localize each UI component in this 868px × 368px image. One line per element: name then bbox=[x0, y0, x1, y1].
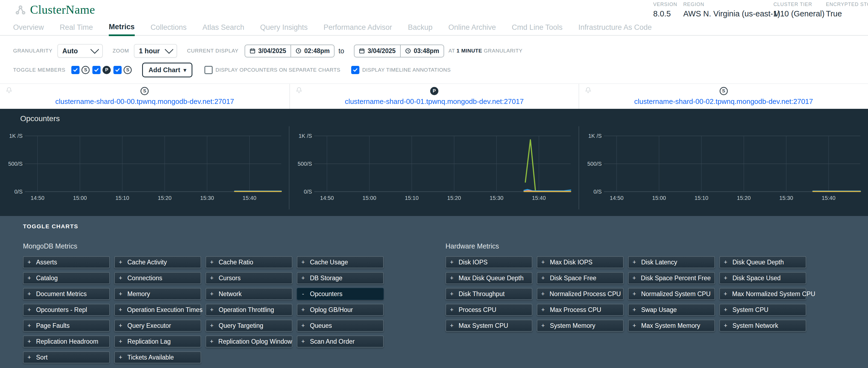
metric-label: System Network bbox=[733, 322, 778, 330]
zoom-select[interactable]: 1 hour bbox=[134, 44, 177, 58]
metric-label: Swap Usage bbox=[641, 306, 677, 314]
granularity-row: Granularity Auto Zoom 1 hour Current Dis… bbox=[13, 44, 868, 58]
plus-icon: + bbox=[724, 275, 727, 282]
metric-normalized-process-cpu[interactable]: +Normalized Process CPU bbox=[537, 288, 624, 300]
metric-max-disk-queue-depth[interactable]: +Max Disk Queue Depth bbox=[445, 272, 532, 284]
from-time-field[interactable]: 02:48pm bbox=[290, 45, 334, 57]
svg-text:15:10: 15:10 bbox=[115, 195, 129, 201]
plus-icon: + bbox=[119, 354, 122, 361]
metric-disk-space-percent-free[interactable]: +Disk Space Percent Free bbox=[628, 272, 715, 284]
metric-scan-and-order[interactable]: +Scan And Order bbox=[297, 335, 384, 347]
tab-infrastructure-as-code[interactable]: Infrastructure As Code bbox=[578, 23, 652, 35]
tab-online-archive[interactable]: Online Archive bbox=[448, 23, 496, 35]
tab-backup[interactable]: Backup bbox=[408, 23, 432, 35]
metric-groups: MongoDB Metrics+Asserts+Cache Activity+C… bbox=[23, 242, 868, 363]
secondary-member-icon: S bbox=[141, 87, 149, 95]
metric-disk-queue-depth[interactable]: +Disk Queue Depth bbox=[719, 256, 806, 268]
group-title-mongodb-metrics: MongoDB Metrics bbox=[23, 242, 384, 250]
metric-page-faults[interactable]: +Page Faults bbox=[23, 319, 110, 332]
to-time-field[interactable]: 03:48pm bbox=[400, 45, 443, 57]
metric-cache-activity[interactable]: +Cache Activity bbox=[114, 256, 201, 268]
opcounters-chart-0[interactable]: 1K /S500/S0/S14:5015:0015:1015:2015:3015… bbox=[0, 126, 289, 209]
metric-memory[interactable]: +Memory bbox=[114, 288, 201, 300]
metric-label: Memory bbox=[127, 290, 150, 298]
shard-host-link[interactable]: clustername-shard-00-00.tpwnq.mongodb-de… bbox=[55, 97, 234, 106]
metric-opcounters[interactable]: -Opcounters bbox=[297, 288, 384, 300]
tab-real-time[interactable]: Real Time bbox=[60, 23, 93, 35]
metric-disk-latency[interactable]: +Disk Latency bbox=[628, 256, 715, 268]
member-checkbox-0[interactable] bbox=[71, 66, 80, 74]
metric-operation-throttling[interactable]: +Operation Throttling bbox=[206, 304, 292, 316]
member-checkbox-2[interactable] bbox=[114, 66, 122, 74]
metric-label: Max Disk IOPS bbox=[550, 258, 592, 266]
member-checkbox-1[interactable] bbox=[92, 66, 100, 74]
metric-disk-space-used[interactable]: +Disk Space Used bbox=[719, 272, 806, 284]
option-display-timeline-annotations: Display Timeline Annotations bbox=[351, 66, 451, 74]
metric-connections[interactable]: +Connections bbox=[114, 272, 201, 284]
tab-atlas-search[interactable]: Atlas Search bbox=[203, 23, 244, 35]
metric-sort[interactable]: +Sort bbox=[23, 351, 110, 363]
svg-text:15:20: 15:20 bbox=[447, 195, 461, 201]
to-date-field[interactable]: 3/04/2025 bbox=[354, 45, 400, 57]
metric-disk-iops[interactable]: +Disk IOPS bbox=[445, 256, 532, 268]
option-display-opcounters-on-separate-charts: Display Opcounters On Separate Charts bbox=[205, 66, 340, 74]
metric-max-system-cpu[interactable]: +Max System CPU bbox=[445, 319, 532, 332]
granularity-select[interactable]: Auto bbox=[57, 44, 103, 58]
svg-text:0/S: 0/S bbox=[593, 189, 601, 195]
secondary-member-icon: S bbox=[720, 87, 728, 95]
opcounters-chart-1[interactable]: 1K /S500/S0/S14:5015:0015:1015:2015:3015… bbox=[289, 126, 578, 209]
metric-process-cpu[interactable]: +Process CPU bbox=[445, 304, 532, 316]
option-checkbox-display-opcounters-on-separate-charts[interactable] bbox=[205, 66, 213, 74]
metric-label: Disk Space Percent Free bbox=[641, 275, 711, 282]
metric-swap-usage[interactable]: +Swap Usage bbox=[628, 304, 715, 316]
metric-network[interactable]: +Network bbox=[206, 288, 292, 300]
metric-queues[interactable]: +Queues bbox=[297, 319, 384, 332]
metric-opcounters-repl[interactable]: +Opcounters - Repl bbox=[23, 304, 110, 316]
metric-operation-execution-times[interactable]: +Operation Execution Times bbox=[114, 304, 201, 316]
metric-normalized-system-cpu[interactable]: +Normalized System CPU bbox=[628, 288, 715, 300]
metric-label: Max Process CPU bbox=[550, 306, 601, 314]
add-chart-button[interactable]: Add Chart ▾ bbox=[142, 63, 192, 78]
metric-cursors[interactable]: +Cursors bbox=[206, 272, 292, 284]
metric-db-storage[interactable]: +DB Storage bbox=[297, 272, 384, 284]
opcounters-chart-2[interactable]: 1K /S500/S0/S14:5015:0015:1015:2015:3015… bbox=[579, 126, 868, 209]
metric-tickets-available[interactable]: +Tickets Available bbox=[114, 351, 201, 363]
metric-asserts[interactable]: +Asserts bbox=[23, 256, 110, 268]
metric-oplog-gb-hour[interactable]: +Oplog GB/Hour bbox=[297, 304, 384, 316]
metric-max-system-memory[interactable]: +Max System Memory bbox=[628, 319, 715, 332]
to-label: to bbox=[338, 47, 344, 55]
tab-collections[interactable]: Collections bbox=[151, 23, 187, 35]
metric-replication-oplog-window[interactable]: +Replication Oplog Window bbox=[206, 335, 292, 347]
shard-host-link[interactable]: clustername-shard-00-02.tpwnq.mongodb-de… bbox=[634, 97, 813, 106]
metric-document-metrics[interactable]: +Document Metrics bbox=[23, 288, 110, 300]
metric-system-network[interactable]: +System Network bbox=[719, 319, 806, 332]
from-date-field[interactable]: 3/04/2025 bbox=[245, 45, 290, 57]
shard-host-link[interactable]: clustername-shard-00-01.tpwnq.mongodb-de… bbox=[345, 97, 524, 106]
chart-title: Opcounters bbox=[0, 109, 868, 123]
metric-cache-usage[interactable]: +Cache Usage bbox=[297, 256, 384, 268]
tab-cmd-line-tools[interactable]: Cmd Line Tools bbox=[512, 23, 563, 35]
plus-icon: + bbox=[301, 306, 305, 313]
metric-disk-space-free[interactable]: +Disk Space Free bbox=[537, 272, 624, 284]
metric-max-process-cpu[interactable]: +Max Process CPU bbox=[537, 304, 624, 316]
option-checkbox-display-timeline-annotations[interactable] bbox=[351, 66, 360, 74]
tab-query-insights[interactable]: Query Insights bbox=[260, 23, 308, 35]
metric-query-executor[interactable]: +Query Executor bbox=[114, 319, 201, 332]
metric-query-targeting[interactable]: +Query Targeting bbox=[206, 319, 292, 332]
metric-replication-lag[interactable]: +Replication Lag bbox=[114, 335, 201, 347]
plus-icon: + bbox=[119, 275, 122, 282]
tab-performance-advisor[interactable]: Performance Advisor bbox=[323, 23, 392, 35]
metric-catalog[interactable]: +Catalog bbox=[23, 272, 110, 284]
tab-overview[interactable]: Overview bbox=[13, 23, 44, 35]
plus-icon: + bbox=[301, 258, 305, 266]
metric-max-disk-iops[interactable]: +Max Disk IOPS bbox=[537, 256, 624, 268]
metric-system-memory[interactable]: +System Memory bbox=[537, 319, 624, 332]
metric-system-cpu[interactable]: +System CPU bbox=[719, 304, 806, 316]
metric-disk-throughput[interactable]: +Disk Throughput bbox=[445, 288, 532, 300]
metric-label: Disk Space Used bbox=[733, 275, 780, 282]
tab-metrics[interactable]: Metrics bbox=[109, 23, 135, 36]
tab-bar: OverviewReal TimeMetricsCollectionsAtlas… bbox=[0, 25, 868, 36]
metric-max-normalized-system-cpu[interactable]: +Max Normalized System CPU bbox=[719, 288, 806, 300]
metric-replication-headroom[interactable]: +Replication Headroom bbox=[23, 335, 110, 347]
metric-cache-ratio[interactable]: +Cache Ratio bbox=[206, 256, 292, 268]
